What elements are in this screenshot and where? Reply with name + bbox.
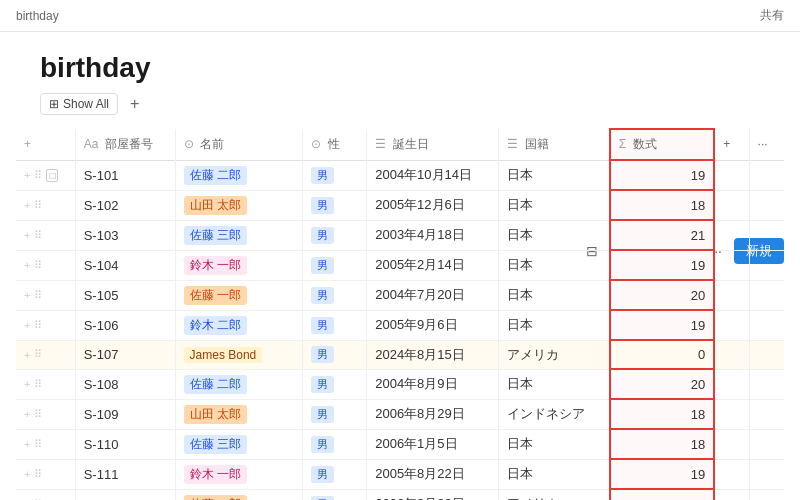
- cell-country: 日本: [499, 310, 610, 340]
- show-all-button[interactable]: ⊞ Show All: [40, 93, 118, 115]
- cell-birthday: 2024年8月15日: [367, 340, 499, 369]
- formula-value: 18: [691, 497, 705, 501]
- table-row[interactable]: + ⠿ S-106 鈴木 二郎 男 2005年9月6日 日本 19: [16, 310, 784, 340]
- list-icon: ☰: [507, 137, 518, 151]
- cell-gender: 男: [303, 190, 367, 220]
- cell-id: S-112: [75, 489, 175, 500]
- th-add[interactable]: +: [714, 129, 749, 160]
- table-row[interactable]: + ⠿ S-105 佐藤 一郎 男 2004年7月20日 日本 20: [16, 280, 784, 310]
- row-controls: + ⠿: [16, 489, 75, 500]
- th-country[interactable]: ☰ 国籍: [499, 129, 610, 160]
- th-birthday[interactable]: ☰ 誕生日: [367, 129, 499, 160]
- th-gender[interactable]: ⊙ 性: [303, 129, 367, 160]
- row-controls: + ⠿: [16, 280, 75, 310]
- cell-more: [749, 220, 784, 250]
- gender-badge: 男: [311, 376, 334, 393]
- cell-country: 日本: [499, 280, 610, 310]
- cell-gender: 男: [303, 369, 367, 399]
- th-formula[interactable]: Σ 数式: [610, 129, 715, 160]
- gender-badge: 男: [311, 436, 334, 453]
- cell-gender: 男: [303, 429, 367, 459]
- cell-name: 佐藤 一郎: [175, 489, 303, 500]
- gender-badge: 男: [311, 197, 334, 214]
- cell-add: [714, 489, 749, 500]
- cell-more: [749, 340, 784, 369]
- cell-add: [714, 340, 749, 369]
- table-row[interactable]: + ⠿ S-104 鈴木 一郎 男 2005年2月14日 日本 19: [16, 250, 784, 280]
- cell-more: [749, 310, 784, 340]
- th-more[interactable]: ···: [749, 129, 784, 160]
- th-name[interactable]: ⊙ 名前: [175, 129, 303, 160]
- name-badge: James Bond: [184, 347, 263, 363]
- table-row[interactable]: + ⠿ S-102 山田 太郎 男 2005年12月6日 日本 18: [16, 190, 784, 220]
- formula-value: 19: [691, 318, 705, 333]
- cell-country: 日本: [499, 220, 610, 250]
- gender-badge: 男: [311, 287, 334, 304]
- formula-value: 21: [691, 228, 705, 243]
- cell-add: [714, 190, 749, 220]
- cell-id: S-110: [75, 429, 175, 459]
- cell-birthday: 2006年2月23日: [367, 489, 499, 500]
- cell-gender: 男: [303, 459, 367, 489]
- cell-add: [714, 160, 749, 190]
- name-badge: 鈴木 一郎: [184, 256, 247, 275]
- cell-name: James Bond: [175, 340, 303, 369]
- cell-name: 鈴木 一郎: [175, 459, 303, 489]
- formula-value: 18: [691, 198, 705, 213]
- gender-badge: 男: [311, 167, 334, 184]
- gender-badge: 男: [311, 466, 334, 483]
- cell-name: 佐藤 三郎: [175, 429, 303, 459]
- cell-birthday: 2004年10月14日: [367, 160, 499, 190]
- formula-value: 19: [691, 258, 705, 273]
- table-row[interactable]: + ⠿ □ S-101 佐藤 二郎 男 2004年10月14日 日本 19: [16, 160, 784, 190]
- cell-birthday: 2005年2月14日: [367, 250, 499, 280]
- cell-add: [714, 220, 749, 250]
- formula-value: 0: [698, 347, 705, 362]
- cell-name: 佐藤 二郎: [175, 369, 303, 399]
- cell-birthday: 2004年8月9日: [367, 369, 499, 399]
- expand-icon: +: [24, 289, 30, 301]
- share-button[interactable]: 共有: [760, 7, 784, 24]
- cell-formula: 19: [610, 310, 715, 340]
- drag-icon: ⠿: [34, 199, 42, 212]
- table-row[interactable]: + ⠿ S-109 山田 太郎 男 2006年8月29日 インドネシア 18: [16, 399, 784, 429]
- cell-more: [749, 250, 784, 280]
- gender-badge: 男: [311, 496, 334, 501]
- cell-id: S-111: [75, 459, 175, 489]
- cell-country: アメリカ: [499, 489, 610, 500]
- table-row[interactable]: + ⠿ S-111 鈴木 一郎 男 2005年8月22日 日本 19: [16, 459, 784, 489]
- table-row[interactable]: + ⠿ S-108 佐藤 二郎 男 2004年8月9日 日本 20: [16, 369, 784, 399]
- cell-formula: 19: [610, 459, 715, 489]
- gender-badge: 男: [311, 257, 334, 274]
- drag-icon: ⠿: [34, 438, 42, 451]
- row-controls: + ⠿: [16, 340, 75, 369]
- cell-id: S-109: [75, 399, 175, 429]
- th-id[interactable]: Aa 部屋番号: [75, 129, 175, 160]
- cell-gender: 男: [303, 220, 367, 250]
- cell-more: [749, 399, 784, 429]
- add-view-button[interactable]: +: [124, 92, 145, 116]
- grid-icon: ⊞: [49, 97, 59, 111]
- option-icon: ⊙: [184, 137, 194, 151]
- formula-value: 19: [691, 467, 705, 482]
- formula-value: 20: [691, 288, 705, 303]
- drag-icon: ⠿: [34, 229, 42, 242]
- plus-icon: +: [24, 137, 31, 151]
- table-row[interactable]: + ⠿ S-112 佐藤 一郎 男 2006年2月23日 アメリカ 18: [16, 489, 784, 500]
- cell-formula: 19: [610, 250, 715, 280]
- cell-id: S-108: [75, 369, 175, 399]
- cell-id: S-101: [75, 160, 175, 190]
- expand-icon: +: [24, 438, 30, 450]
- cell-id: S-107: [75, 340, 175, 369]
- cell-country: アメリカ: [499, 340, 610, 369]
- name-badge: 佐藤 一郎: [184, 286, 247, 305]
- title-bar: birthday 共有: [0, 0, 800, 32]
- table-row[interactable]: + ⠿ S-107 James Bond 男 2024年8月15日 アメリカ 0: [16, 340, 784, 369]
- expand-icon: +: [24, 259, 30, 271]
- name-badge: 佐藤 一郎: [184, 495, 247, 501]
- row-controls: + ⠿: [16, 459, 75, 489]
- table-row[interactable]: + ⠿ S-103 佐藤 三郎 男 2003年4月18日 日本 21: [16, 220, 784, 250]
- th-row-controls: +: [16, 129, 75, 160]
- cell-more: [749, 190, 784, 220]
- table-row[interactable]: + ⠿ S-110 佐藤 三郎 男 2006年1月5日 日本 18: [16, 429, 784, 459]
